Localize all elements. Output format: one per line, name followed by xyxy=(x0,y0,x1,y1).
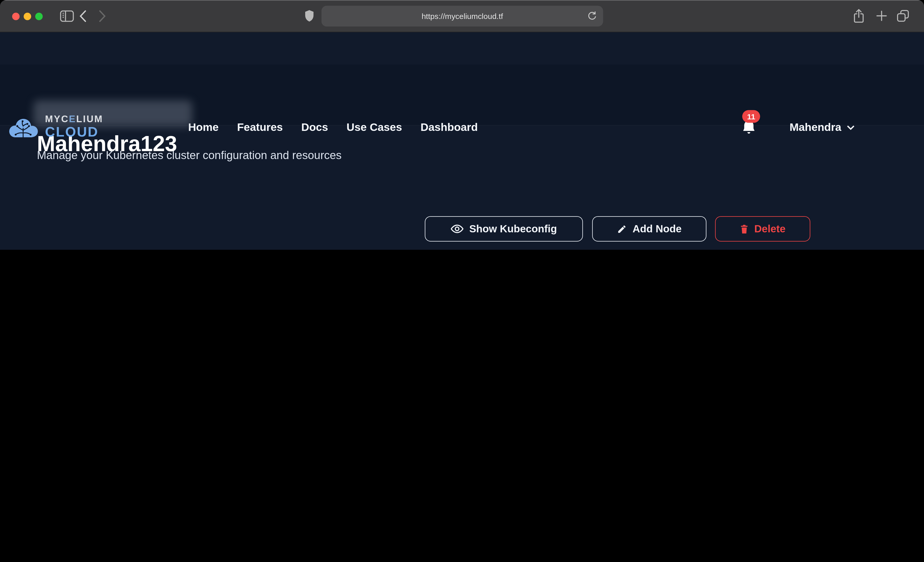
nav-item-dashboard[interactable]: Dashboard xyxy=(421,121,478,134)
delete-label: Delete xyxy=(754,223,786,235)
share-icon[interactable] xyxy=(853,9,864,24)
address-bar[interactable]: https://myceliumcloud.tf xyxy=(322,6,603,27)
user-name: Mahendra xyxy=(790,121,842,134)
eye-icon xyxy=(451,224,464,233)
pencil-icon xyxy=(617,224,627,234)
add-node-label: Add Node xyxy=(633,223,682,235)
nav-item-docs[interactable]: Docs xyxy=(302,121,328,134)
sidebar-toggle-button[interactable] xyxy=(60,10,74,22)
screen: Mahendra123 Manage your Kubernetes clust… xyxy=(0,0,924,250)
delete-cluster-button[interactable]: Delete xyxy=(715,216,810,242)
browser-toolbar: https://myceliumcloud.tf xyxy=(0,0,924,32)
notification-badge: 11 xyxy=(742,110,760,123)
reload-button[interactable] xyxy=(587,11,597,22)
nav-item-features[interactable]: Features xyxy=(237,121,283,134)
trash-icon xyxy=(740,224,748,234)
new-tab-icon[interactable] xyxy=(876,10,887,21)
chevron-down-icon xyxy=(846,125,855,130)
shield-icon[interactable] xyxy=(304,9,315,22)
back-button[interactable] xyxy=(79,10,86,22)
nav-item-use-cases[interactable]: Use Cases xyxy=(346,121,402,134)
nav-links: Home Features Docs Use Cases Dashboard xyxy=(188,97,478,158)
user-menu[interactable]: Mahendra xyxy=(790,97,855,158)
forward-button[interactable] xyxy=(99,10,106,22)
show-kubeconfig-label: Show Kubeconfig xyxy=(469,223,557,235)
nav-item-home[interactable]: Home xyxy=(188,121,219,134)
window-close-button[interactable] xyxy=(12,12,19,20)
cluster-actions: Show Kubeconfig Add Node xyxy=(0,216,810,242)
add-node-button[interactable]: Add Node xyxy=(592,216,706,242)
window-minimize-button[interactable] xyxy=(23,12,31,20)
window-zoom-button[interactable] xyxy=(35,12,42,20)
notifications-button[interactable]: 11 xyxy=(741,120,764,142)
url-text: https://myceliumcloud.tf xyxy=(422,12,503,21)
browser-window: Mahendra123 Manage your Kubernetes clust… xyxy=(0,0,924,250)
redaction-blur xyxy=(34,100,192,127)
show-kubeconfig-button[interactable]: Show Kubeconfig xyxy=(424,216,583,242)
web-content: Mahendra123 Manage your Kubernetes clust… xyxy=(0,32,924,250)
tabs-overview-icon[interactable] xyxy=(897,10,909,22)
